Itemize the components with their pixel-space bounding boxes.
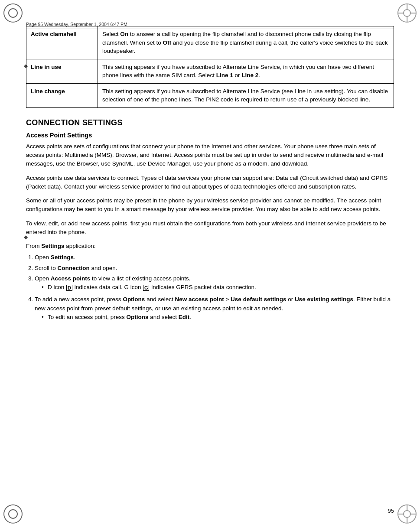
step-3: Open Access points to view a list of exi… <box>35 274 394 292</box>
step-2: Scroll to Connection and open. <box>35 264 394 273</box>
corner-decoration-br <box>397 504 417 524</box>
paragraph-2: Access points use data services to conne… <box>26 174 394 192</box>
from-settings-intro: From Settings application: <box>26 242 394 250</box>
table-row-line-in-use: Line in use This setting appears if you … <box>26 59 394 83</box>
table-row-line-change: Line change This setting appears if you … <box>26 83 394 107</box>
step-3-bullet-1: D icon D indicates data call. G icon G i… <box>48 283 394 292</box>
step-4-bullets: To edit an access point, press Options a… <box>48 313 394 322</box>
corner-decoration-tr <box>397 3 417 23</box>
paragraph-1: Access points are sets of configurations… <box>26 142 394 169</box>
table-row-active-clamshell: Active clamshell Select On to answer a c… <box>26 26 394 59</box>
access-point-subheading: Access Point Settings <box>26 132 394 139</box>
corner-decoration-bl <box>3 504 23 524</box>
step-4-bullet-1: To edit an access point, press Options a… <box>48 313 394 322</box>
table-cell-label-1: Active clamshell <box>26 26 98 59</box>
table-cell-label-3: Line change <box>26 83 98 107</box>
step-1: Open Settings. <box>35 253 394 262</box>
table-cell-label-2: Line in use <box>26 59 98 83</box>
page-number: 95 <box>388 507 394 514</box>
paragraph-4: To view, edit, or add new access points,… <box>26 219 394 237</box>
table-cell-content-1: Select On to answer a call by opening th… <box>98 26 394 59</box>
steps-list: Open Settings. Scroll to Connection and … <box>35 253 394 322</box>
connection-settings-heading: CONNECTION SETTINGS <box>26 118 394 127</box>
corner-decoration-tl <box>3 3 23 23</box>
paragraph-3: Some or all of your access points may be… <box>26 196 394 214</box>
step-4: To add a new access point, press Options… <box>35 295 394 322</box>
step-3-bullets: D icon D indicates data call. G icon G i… <box>48 283 394 292</box>
main-content: Active clamshell Select On to answer a c… <box>26 26 394 501</box>
table-cell-content-3: This setting appears if you have subscri… <box>98 83 394 107</box>
settings-table: Active clamshell Select On to answer a c… <box>26 26 394 108</box>
table-cell-content-2: This setting appears if you have subscri… <box>98 59 394 83</box>
